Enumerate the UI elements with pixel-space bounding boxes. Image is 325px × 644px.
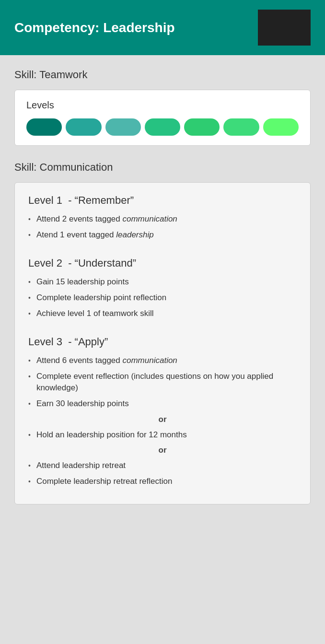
level-1-title: Level 1 - “Remember” <box>28 194 297 207</box>
bullet-icon: • <box>28 214 31 224</box>
list-item: • Hold an leadership position for 12 mon… <box>28 429 297 441</box>
level-pill-4 <box>145 118 180 136</box>
or-divider-1: or <box>28 415 297 424</box>
level-1-items: • Attend 2 events tagged communication •… <box>28 213 297 241</box>
list-item: • Atend 1 event tagged leadership <box>28 229 297 241</box>
item-text: Achieve level 1 of teamwork skill <box>36 308 154 320</box>
or-divider-2: or <box>28 445 297 455</box>
bullet-icon: • <box>28 293 31 303</box>
level-3-group-1: • Attend 6 events tagged communication •… <box>28 355 297 410</box>
item-text: Complete leadership retreat reflection <box>36 476 172 488</box>
level-pill-5 <box>184 118 220 136</box>
item-text: Complete event reflection (includes ques… <box>36 371 297 394</box>
level-pill-2 <box>66 118 101 136</box>
level-pill-3 <box>105 118 141 136</box>
bullet-icon: • <box>28 309 31 318</box>
bullet-icon: • <box>28 399 31 409</box>
item-text: Complete leadership point reflection <box>36 292 166 304</box>
level-2-title: Level 2 - “Understand” <box>28 257 297 269</box>
teamwork-heading: Skill: Teamwork <box>14 69 311 81</box>
levels-card-title: Levels <box>26 100 299 111</box>
list-item: • Attend 2 events tagged communication <box>28 213 297 225</box>
level-3-title: Level 3 - “Apply” <box>28 336 297 348</box>
page-title: Competency: Leadership <box>14 20 175 35</box>
item-text: Attend 2 events tagged communication <box>36 213 177 225</box>
item-text: Attend leadership retreat <box>36 460 126 472</box>
item-text: Earn 30 leadership points <box>36 398 129 410</box>
communication-heading: Skill: Communication <box>14 161 311 174</box>
bullet-icon: • <box>28 230 31 240</box>
item-text: Hold an leadership position for 12 month… <box>36 429 187 441</box>
level-2-items: • Gain 15 leadership points • Complete l… <box>28 276 297 319</box>
bullet-icon: • <box>28 372 31 381</box>
bullet-icon: • <box>28 461 31 470</box>
item-text: Attend 6 events tagged communication <box>36 355 177 367</box>
bullet-icon: • <box>28 430 31 440</box>
bullet-icon: • <box>28 277 31 287</box>
level-pill-7 <box>263 118 299 136</box>
bullet-icon: • <box>28 477 31 486</box>
page-header: Competency: Leadership <box>0 0 325 55</box>
level-pill-1 <box>26 118 62 136</box>
item-text: Gain 15 leadership points <box>36 276 129 288</box>
level-3-group-2: • Hold an leadership position for 12 mon… <box>28 429 297 441</box>
list-item: • Attend 6 events tagged communication <box>28 355 297 367</box>
list-item: • Achieve level 1 of teamwork skill <box>28 308 297 320</box>
item-text: Atend 1 event tagged leadership <box>36 229 154 241</box>
levels-detail-card: Level 1 - “Remember” • Attend 2 events t… <box>14 182 311 504</box>
bullet-icon: • <box>28 356 31 365</box>
levels-bar <box>26 118 299 136</box>
page-content: Skill: Teamwork Levels Skill: Communicat… <box>0 55 325 527</box>
list-item: • Complete event reflection (includes qu… <box>28 371 297 394</box>
list-item: • Complete leadership point reflection <box>28 292 297 304</box>
header-right-decoration <box>258 10 311 46</box>
level-pill-6 <box>223 118 259 136</box>
levels-card: Levels <box>14 90 311 146</box>
communication-section: Skill: Communication Level 1 - “Remember… <box>14 161 311 504</box>
list-item: • Gain 15 leadership points <box>28 276 297 288</box>
level-3-group-3: • Attend leadership retreat • Complete l… <box>28 460 297 487</box>
list-item: • Earn 30 leadership points <box>28 398 297 410</box>
teamwork-section: Skill: Teamwork Levels <box>14 69 311 146</box>
list-item: • Complete leadership retreat reflection <box>28 476 297 488</box>
list-item: • Attend leadership retreat <box>28 460 297 472</box>
